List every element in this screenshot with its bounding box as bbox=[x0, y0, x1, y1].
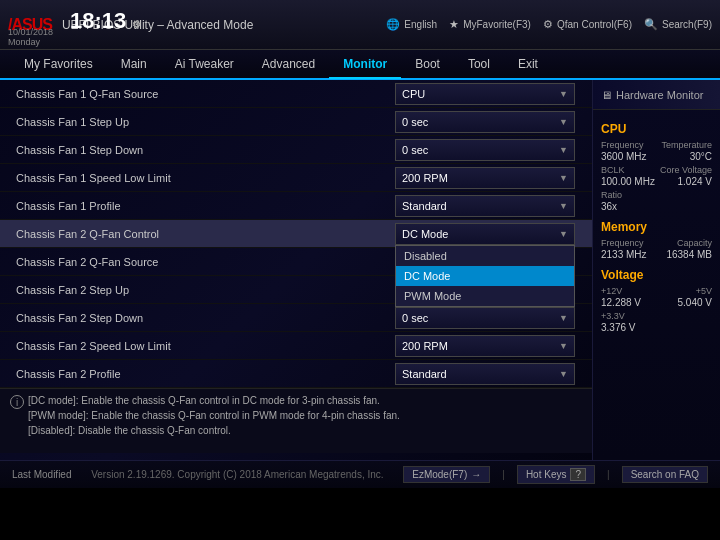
separator2: | bbox=[607, 469, 610, 480]
nav-monitor[interactable]: Monitor bbox=[329, 49, 401, 79]
hw-mem-labels: Frequency Capacity bbox=[601, 238, 712, 248]
chassis-fan2-lowlimit-dropdown[interactable]: 200 RPM ▼ bbox=[395, 335, 575, 357]
chassis-fan2-stepdown-dropdown[interactable]: 0 sec ▼ bbox=[395, 307, 575, 329]
v5-label: +5V bbox=[696, 286, 712, 296]
nav-ai-tweaker[interactable]: Ai Tweaker bbox=[161, 49, 248, 79]
row-value: DC Mode ▼ Disabled DC Mode PWM Mode bbox=[395, 223, 580, 245]
mem-cap-label: Capacity bbox=[677, 238, 712, 248]
toolbar-icons: 🌐 English ★ MyFavorite(F3) ⚙ Qfan Contro… bbox=[386, 18, 712, 31]
voltage-section-title: Voltage bbox=[601, 268, 712, 282]
cpu-temp-value: 30°C bbox=[690, 151, 712, 162]
mem-freq-value: 2133 MHz bbox=[601, 249, 647, 260]
hw-monitor-content: CPU Frequency Temperature 3600 MHz 30°C … bbox=[593, 110, 720, 342]
hotkeys-btn[interactable]: Hot Keys ? bbox=[517, 465, 595, 484]
chevron-down-icon: ▼ bbox=[559, 229, 568, 239]
table-row: Chassis Fan 1 Q-Fan Source CPU ▼ bbox=[0, 80, 592, 108]
row-label: Chassis Fan 1 Q-Fan Source bbox=[16, 88, 395, 100]
bottom-bar: Last Modified Version 2.19.1269. Copyrig… bbox=[0, 460, 720, 488]
cpu-section-title: CPU bbox=[601, 122, 712, 136]
dropdown-option-pwmmode[interactable]: PWM Mode bbox=[396, 286, 574, 306]
cpu-freq-label: Frequency bbox=[601, 140, 644, 150]
chassis-fan2-qfan-dropdown[interactable]: DC Mode ▼ bbox=[395, 223, 575, 245]
nav-advanced[interactable]: Advanced bbox=[248, 49, 329, 79]
arrow-right-icon: → bbox=[471, 469, 481, 480]
row-value: Standard ▼ bbox=[395, 363, 580, 385]
cpu-freq-value: 3600 MHz bbox=[601, 151, 647, 162]
corevolt-value: 1.024 V bbox=[678, 176, 712, 187]
datetime-area: 10/01/2018 Monday bbox=[8, 27, 53, 47]
search-btn[interactable]: 🔍 Search(F9) bbox=[644, 18, 712, 31]
row-label: Chassis Fan 1 Step Up bbox=[16, 116, 395, 128]
chevron-down-icon: ▼ bbox=[559, 145, 568, 155]
chassis-fan2-profile-dropdown[interactable]: Standard ▼ bbox=[395, 363, 575, 385]
language-selector[interactable]: 🌐 English bbox=[386, 18, 437, 31]
last-modified-label: Last Modified bbox=[12, 469, 71, 480]
hw-cpu-freq-val-row: 3600 MHz 30°C bbox=[601, 151, 712, 164]
nav-main[interactable]: Main bbox=[107, 49, 161, 79]
mem-freq-label: Frequency bbox=[601, 238, 644, 248]
table-row: Chassis Fan 2 Speed Low Limit 200 RPM ▼ bbox=[0, 332, 592, 360]
nav-exit[interactable]: Exit bbox=[504, 49, 552, 79]
bottom-right-actions: EzMode(F7) → | Hot Keys ? | Search on FA… bbox=[403, 465, 708, 484]
row-value: 200 RPM ▼ bbox=[395, 335, 580, 357]
info-text: [DC mode]: Enable the chassis Q-Fan cont… bbox=[28, 393, 400, 438]
chassis-fan1-stepdown-dropdown[interactable]: 0 sec ▼ bbox=[395, 139, 575, 161]
qfan-btn[interactable]: ⚙ Qfan Control(F6) bbox=[543, 18, 632, 31]
dropdown-option-dcmode[interactable]: DC Mode bbox=[396, 266, 574, 286]
v33-label: +3.3V bbox=[601, 311, 625, 321]
table-row: Chassis Fan 2 Profile Standard ▼ bbox=[0, 360, 592, 388]
search-faq-btn[interactable]: Search on FAQ bbox=[622, 466, 708, 483]
chassis-fan2-qfan-dropdown-container: DC Mode ▼ Disabled DC Mode PWM Mode bbox=[395, 223, 575, 245]
hw-v12-row: +12V +5V bbox=[601, 286, 712, 296]
day-display: Monday bbox=[8, 37, 53, 47]
language-icon: 🌐 bbox=[386, 18, 400, 31]
separator: | bbox=[502, 469, 505, 480]
mem-cap-value: 16384 MB bbox=[666, 249, 712, 260]
chevron-down-icon: ▼ bbox=[559, 173, 568, 183]
chevron-down-icon: ▼ bbox=[559, 89, 568, 99]
nav-boot[interactable]: Boot bbox=[401, 49, 454, 79]
row-value: 200 RPM ▼ bbox=[395, 167, 580, 189]
chassis-fan1-profile-dropdown[interactable]: Standard ▼ bbox=[395, 195, 575, 217]
hw-monitor-header: 🖥 Hardware Monitor bbox=[593, 80, 720, 110]
star-icon: ★ bbox=[449, 18, 459, 31]
ratio-value: 36x bbox=[601, 201, 617, 212]
top-bar: /ASUS UEFI BIOS Utility – Advanced Mode … bbox=[0, 0, 720, 50]
row-label: Chassis Fan 2 Step Up bbox=[16, 284, 395, 296]
row-label: Chassis Fan 2 Q-Fan Source bbox=[16, 256, 395, 268]
v12-label: +12V bbox=[601, 286, 622, 296]
row-value: 0 sec ▼ bbox=[395, 111, 580, 133]
row-value: 0 sec ▼ bbox=[395, 139, 580, 161]
table-row: Chassis Fan 1 Speed Low Limit 200 RPM ▼ bbox=[0, 164, 592, 192]
row-label: Chassis Fan 1 Step Down bbox=[16, 144, 395, 156]
row-label: Chassis Fan 1 Profile bbox=[16, 200, 395, 212]
chevron-down-icon: ▼ bbox=[559, 313, 568, 323]
settings-table: Chassis Fan 1 Q-Fan Source CPU ▼ Chassis… bbox=[0, 80, 592, 388]
main-content: Chassis Fan 1 Q-Fan Source CPU ▼ Chassis… bbox=[0, 80, 720, 460]
ezmode-btn[interactable]: EzMode(F7) → bbox=[403, 466, 490, 483]
v5-value: 5.040 V bbox=[678, 297, 712, 308]
search-icon: 🔍 bbox=[644, 18, 658, 31]
row-label: Chassis Fan 2 Speed Low Limit bbox=[16, 340, 395, 352]
table-row: Chassis Fan 1 Step Down 0 sec ▼ bbox=[0, 136, 592, 164]
chassis-fan1-lowlimit-dropdown[interactable]: 200 RPM ▼ bbox=[395, 167, 575, 189]
row-label: Chassis Fan 2 Step Down bbox=[16, 312, 395, 324]
dropdown-option-disabled[interactable]: Disabled bbox=[396, 246, 574, 266]
corevolt-label: Core Voltage bbox=[660, 165, 712, 175]
nav-my-favorites[interactable]: My Favorites bbox=[10, 49, 107, 79]
hotkeys-badge: ? bbox=[570, 468, 586, 481]
cpu-temp-label: Temperature bbox=[661, 140, 712, 150]
row-label: Chassis Fan 2 Profile bbox=[16, 368, 395, 380]
settings-icon[interactable]: ⚙ bbox=[132, 19, 141, 30]
info-bar: i [DC mode]: Enable the chassis Q-Fan co… bbox=[0, 388, 592, 453]
row-value: Standard ▼ bbox=[395, 195, 580, 217]
hw-cpu-freq-row: Frequency Temperature bbox=[601, 140, 712, 150]
nav-tool[interactable]: Tool bbox=[454, 49, 504, 79]
bclk-value: 100.00 MHz bbox=[601, 176, 655, 187]
chevron-down-icon: ▼ bbox=[559, 341, 568, 351]
hardware-monitor-panel: 🖥 Hardware Monitor CPU Frequency Tempera… bbox=[592, 80, 720, 460]
monitor-icon: 🖥 bbox=[601, 89, 612, 101]
myfavorites-btn[interactable]: ★ MyFavorite(F3) bbox=[449, 18, 531, 31]
chassis-fan1-stepup-dropdown[interactable]: 0 sec ▼ bbox=[395, 111, 575, 133]
chassis-fan1-source-dropdown[interactable]: CPU ▼ bbox=[395, 83, 575, 105]
